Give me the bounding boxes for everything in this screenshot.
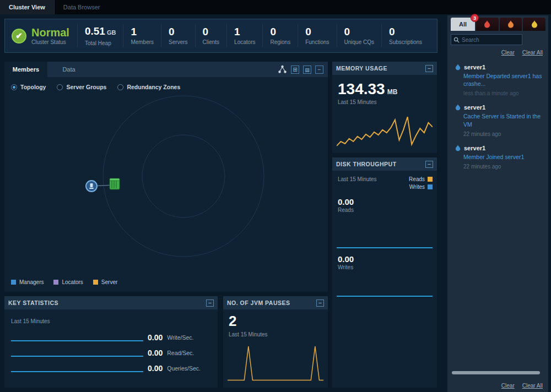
legend-item-managers: Managers [11, 279, 44, 285]
jvm-sparkline [228, 342, 323, 382]
legend-swatch [428, 177, 433, 182]
collapse-disk-icon[interactable] [425, 161, 433, 168]
tab-data[interactable]: Data [47, 62, 90, 77]
write-sparkline [11, 330, 143, 341]
notification-item[interactable]: server1 Member Departed server1 has cras… [447, 61, 548, 101]
jvm-period: Last 15 Minutes [229, 331, 268, 337]
writes-value: 0.00 [338, 254, 354, 264]
writes-sparkline [337, 265, 433, 298]
tab-severe-filter[interactable] [476, 18, 499, 31]
stat-unit: GB [107, 29, 116, 36]
legend-item-locators: Locators [53, 279, 83, 285]
collapse-memory-icon[interactable] [425, 65, 433, 72]
jvm-pauses-value: 2 [229, 313, 236, 330]
keystat-row-read: 0.00 Read/Sec. [11, 344, 212, 357]
status-label: Normal [31, 27, 69, 38]
queries-sparkline [11, 361, 143, 372]
search-icon [453, 37, 460, 43]
cluster-status: ✔ Normal Cluster Status [5, 27, 77, 45]
manager-node-icon[interactable] [86, 181, 97, 192]
tab-members[interactable]: Members [4, 62, 47, 77]
status-sublabel: Cluster Status [31, 39, 69, 45]
locator-node-icon[interactable] [110, 178, 120, 189]
cluster-status-header: ✔ Normal Cluster Status 0.51GB Total Hea… [4, 19, 437, 53]
legend-swatch [11, 280, 16, 285]
clear-link-bottom[interactable]: Clear [501, 383, 515, 389]
top-navigation: Cluster View Data Browser [0, 0, 551, 14]
notifications-sidebar: All 3 Clear Clear All [447, 15, 548, 392]
topology-canvas[interactable] [4, 87, 328, 274]
keystat-row-write: 0.00 Write/Sec. [11, 328, 212, 341]
stat-servers: 0 Servers [161, 24, 195, 47]
legend-label: Server [101, 279, 117, 285]
notification-title: server1 [464, 104, 485, 111]
status-check-icon: ✔ [12, 29, 26, 43]
stat-subscriptions: 0 Subscriptions [381, 24, 429, 47]
notification-message: Cache Server is Started in the VM [455, 112, 543, 128]
legend-swatch [53, 280, 58, 285]
collapse-jvm-icon[interactable] [316, 300, 324, 307]
clear-all-link-bottom[interactable]: Clear All [522, 383, 543, 389]
warning-flame-icon [531, 20, 538, 28]
notification-time: 22 minutes ago [455, 131, 543, 137]
tab-all-notifications[interactable]: All 3 [451, 18, 475, 31]
notification-flame-icon [455, 104, 461, 111]
tab-all-label: All [459, 21, 467, 28]
notification-time: 22 minutes ago [455, 164, 543, 170]
stat-value: 0.00 [148, 349, 163, 357]
topbar-tab-cluster-view[interactable]: Cluster View [0, 0, 55, 14]
reads-label: Reads [338, 207, 354, 213]
memory-period: Last 15 Minutes [332, 98, 437, 105]
tab-warning-filter[interactable] [523, 18, 545, 31]
legend-item-server: Server [93, 279, 117, 285]
clear-link[interactable]: Clear [501, 50, 515, 56]
keystat-row-queries: 0.00 Queries/Sec. [11, 359, 212, 372]
stat-label: Write/Sec. [167, 334, 193, 341]
stat-value: 0.51 [85, 25, 105, 37]
clear-all-link[interactable]: Clear All [522, 50, 543, 56]
stat-functions: 0 Functions [298, 24, 336, 47]
horizontal-scrollbar[interactable] [452, 371, 540, 374]
legend-label: Locators [62, 279, 83, 285]
disk-throughput-panel: DISK THROUGHPUT Last 15 Minutes Reads Wr… [332, 157, 437, 388]
collapse-keystats-icon[interactable] [206, 300, 214, 307]
topbar-tab-data-browser[interactable]: Data Browser [55, 0, 109, 14]
legend-item-writes: Writes [409, 184, 433, 190]
notification-count-badge: 3 [471, 14, 479, 22]
stat-value: 0.00 [148, 334, 163, 341]
stat-locators: 1 Locators [226, 24, 262, 47]
notification-title: server1 [464, 64, 485, 70]
stat-members: 1 Members [123, 24, 161, 47]
notification-message: Member Departed server1 has crashe... [455, 72, 543, 88]
table-view-icon[interactable] [303, 66, 311, 74]
legend-label: Managers [19, 279, 44, 285]
notification-search [451, 34, 522, 45]
grid-view-icon[interactable] [291, 66, 299, 74]
collapse-members-icon[interactable] [315, 66, 323, 74]
notification-list: server1 Member Departed server1 has cras… [447, 61, 548, 174]
notification-message: Member Joined server1 [455, 153, 543, 161]
notification-item[interactable]: server1 Member Joined server1 22 minutes… [447, 141, 548, 174]
notification-title: server1 [464, 145, 485, 151]
stat-value: 0.00 [148, 364, 163, 372]
memory-sparkline [337, 113, 433, 148]
notification-flame-icon [455, 64, 461, 70]
tab-error-filter[interactable] [500, 18, 522, 31]
search-input[interactable] [462, 37, 520, 43]
panel-title: NO. OF JVM PAUSES [227, 300, 290, 306]
jvm-pauses-panel: NO. OF JVM PAUSES 2 Last 15 Minutes [223, 296, 328, 388]
stat-total-heap: 0.51GB Total Heap [77, 24, 123, 47]
disk-period: Last 15 Minutes [338, 176, 377, 190]
notification-flame-icon [455, 145, 461, 151]
sitemap-icon[interactable] [278, 65, 287, 74]
keystats-period: Last 15 Minutes [11, 318, 50, 324]
notification-time: less than a minute ago [455, 90, 543, 96]
stat-label: Total Heap [85, 40, 116, 46]
legend-swatch [428, 184, 433, 189]
stat-label: Queries/Sec. [167, 365, 201, 372]
severe-flame-icon [484, 20, 490, 28]
stat-clients: 0 Clients [195, 24, 227, 47]
notification-item[interactable]: server1 Cache Server is Started in the V… [447, 101, 548, 141]
panel-title: KEY STATISTICS [8, 300, 58, 306]
legend-item-reads: Reads [409, 176, 433, 182]
